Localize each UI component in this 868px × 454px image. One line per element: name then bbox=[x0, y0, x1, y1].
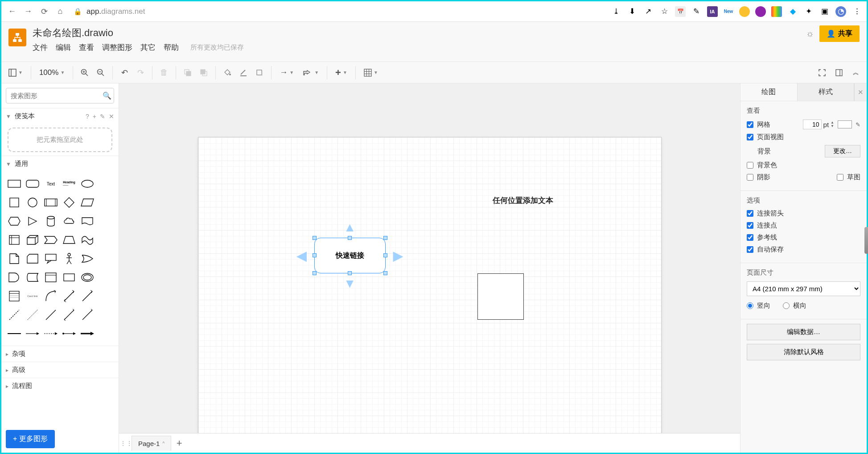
autosave-checkbox[interactable] bbox=[747, 246, 753, 253]
tab-diagram[interactable]: 绘图 bbox=[740, 83, 798, 101]
shape-rounded-rect[interactable] bbox=[24, 175, 41, 192]
shape-dotted-line[interactable] bbox=[24, 306, 41, 323]
shape-cardlink[interactable]: Card link bbox=[24, 288, 41, 305]
url-bar[interactable]: 🔒 app.diagrams.net bbox=[70, 7, 607, 16]
grid-color-swatch[interactable] bbox=[838, 120, 852, 128]
shape-bidir-arrow[interactable] bbox=[61, 288, 78, 305]
line-color-button[interactable] bbox=[236, 66, 251, 80]
sketch-checkbox-row[interactable]: 草图 bbox=[837, 173, 860, 182]
close-panel-icon[interactable]: ✕ bbox=[854, 83, 867, 101]
scratchpad-help-icon[interactable]: ? bbox=[86, 113, 89, 120]
pageview-checkbox[interactable] bbox=[747, 134, 753, 140]
selected-shape[interactable]: 快速链接 ▲ ▼ ◀ ▶ bbox=[314, 238, 386, 273]
delete-button[interactable]: 🗑 bbox=[157, 66, 171, 80]
shape-note[interactable] bbox=[6, 250, 22, 267]
conn-arrows-row[interactable]: 连接箭头 bbox=[747, 209, 784, 218]
shape-rect-small[interactable] bbox=[61, 269, 78, 286]
shape-search-input[interactable] bbox=[6, 88, 100, 103]
shape-double-ellipse[interactable] bbox=[79, 269, 96, 286]
connect-arrow-up-icon[interactable]: ▲ bbox=[344, 220, 356, 235]
grid-size-input[interactable] bbox=[803, 120, 822, 129]
shape-parallelogram[interactable] bbox=[79, 194, 96, 211]
shadow-checkbox-row[interactable]: 阴影 bbox=[747, 173, 770, 182]
advanced-header[interactable]: ▸高级 bbox=[1, 362, 119, 378]
view-mode-button[interactable]: ▼ bbox=[5, 66, 26, 80]
guides-checkbox[interactable] bbox=[747, 234, 753, 241]
landscape-radio-row[interactable]: 横向 bbox=[783, 301, 806, 310]
ext-eyedropper-icon[interactable]: ✎ bbox=[691, 6, 702, 17]
shape-triangle[interactable] bbox=[24, 213, 41, 230]
ext-sync-icon[interactable] bbox=[739, 6, 750, 17]
shape-conn-5[interactable] bbox=[79, 325, 96, 342]
menu-view[interactable]: 查看 bbox=[79, 42, 94, 53]
add-page-button[interactable]: + bbox=[173, 437, 185, 450]
profile-avatar-icon[interactable]: ◔ bbox=[835, 6, 846, 17]
bgcolor-checkbox[interactable] bbox=[747, 162, 753, 169]
connect-arrow-down-icon[interactable]: ▼ bbox=[344, 277, 356, 291]
ext-drop-icon[interactable]: ◆ bbox=[787, 6, 798, 17]
ext-pal-icon[interactable] bbox=[771, 6, 782, 17]
connect-arrow-right-icon[interactable]: ▶ bbox=[393, 248, 403, 263]
shape-diamond[interactable] bbox=[61, 194, 78, 211]
waypoint-button[interactable]: ▼ bbox=[299, 66, 322, 80]
to-back-button[interactable] bbox=[197, 66, 211, 80]
edit-grid-color-icon[interactable]: ✎ bbox=[856, 121, 860, 128]
shape-actor[interactable] bbox=[61, 250, 78, 267]
shape-hexagon[interactable] bbox=[6, 213, 22, 230]
menu-edit[interactable]: 编辑 bbox=[56, 42, 71, 53]
sketch-checkbox[interactable] bbox=[837, 174, 843, 181]
shape-text[interactable]: Text bbox=[42, 175, 59, 192]
tab-style[interactable]: 样式 bbox=[798, 83, 855, 101]
shape-line[interactable] bbox=[42, 306, 59, 323]
shape-circle[interactable] bbox=[24, 194, 41, 211]
menu-file[interactable]: 文件 bbox=[33, 42, 48, 53]
ext-panel-icon[interactable]: ▣ bbox=[819, 6, 830, 17]
right-sidebar-resize-handle[interactable] bbox=[864, 227, 868, 254]
conn-points-row[interactable]: 连接点 bbox=[747, 221, 777, 230]
shape-dashed-line[interactable] bbox=[6, 306, 22, 323]
pageview-checkbox-row[interactable]: 页面视图 bbox=[747, 133, 784, 141]
zoom-out-button[interactable] bbox=[94, 66, 108, 80]
shape-ellipse[interactable] bbox=[79, 175, 96, 192]
nav-back-button[interactable]: ← bbox=[6, 5, 18, 18]
flowchart-header[interactable]: ▸流程图 bbox=[1, 378, 119, 394]
shape-conn-4[interactable] bbox=[61, 325, 78, 342]
canvas-rectangle-shape[interactable] bbox=[477, 273, 524, 320]
tabs-drag-handle-icon[interactable]: ⋮⋮ bbox=[123, 440, 130, 447]
shape-card[interactable] bbox=[24, 250, 41, 267]
shape-datastore[interactable] bbox=[24, 269, 41, 286]
nav-reload-button[interactable]: ⟳ bbox=[38, 5, 50, 18]
table-button[interactable]: ▼ bbox=[360, 66, 382, 80]
app-logo[interactable] bbox=[8, 29, 26, 46]
autosave-row[interactable]: 自动保存 bbox=[747, 245, 784, 254]
shape-internal-storage[interactable] bbox=[6, 231, 22, 248]
undo-button[interactable]: ↶ bbox=[117, 66, 132, 80]
resize-handle[interactable] bbox=[383, 236, 387, 240]
resize-handle[interactable] bbox=[313, 271, 317, 275]
nav-home-button[interactable]: ⌂ bbox=[54, 5, 66, 18]
resize-handle[interactable] bbox=[313, 236, 317, 240]
guides-row[interactable]: 参考线 bbox=[747, 233, 777, 242]
shape-tape[interactable] bbox=[79, 231, 96, 248]
page-tab-1[interactable]: Page-1^ bbox=[132, 436, 171, 451]
conn-points-checkbox[interactable] bbox=[747, 222, 753, 229]
scratchpad-add-icon[interactable]: + bbox=[93, 113, 96, 120]
shape-solid-conn[interactable] bbox=[6, 325, 22, 342]
fullscreen-button[interactable] bbox=[815, 66, 829, 80]
clear-style-button[interactable]: 清除默认风格 bbox=[747, 344, 860, 360]
shape-or[interactable] bbox=[79, 250, 96, 267]
install-icon[interactable]: ⤓ bbox=[611, 6, 621, 17]
shape-and[interactable] bbox=[6, 269, 22, 286]
document-title[interactable]: 未命名绘图.drawio bbox=[33, 26, 244, 40]
download-icon[interactable]: ⬇ bbox=[627, 6, 638, 17]
share-icon[interactable]: ↗ bbox=[643, 6, 654, 17]
zoom-control[interactable]: 100% ▼ bbox=[36, 68, 68, 77]
shape-bidir-thin[interactable] bbox=[61, 306, 78, 323]
ext-purple-icon[interactable] bbox=[755, 6, 766, 17]
shape-curve[interactable] bbox=[42, 288, 59, 305]
shape-arrow[interactable] bbox=[79, 288, 96, 305]
general-header[interactable]: ▼ 通用 bbox=[1, 156, 119, 172]
shape-list[interactable] bbox=[6, 288, 22, 305]
scratchpad-dropzone[interactable]: 把元素拖至此处 bbox=[8, 128, 112, 152]
shape-square[interactable] bbox=[6, 194, 22, 211]
